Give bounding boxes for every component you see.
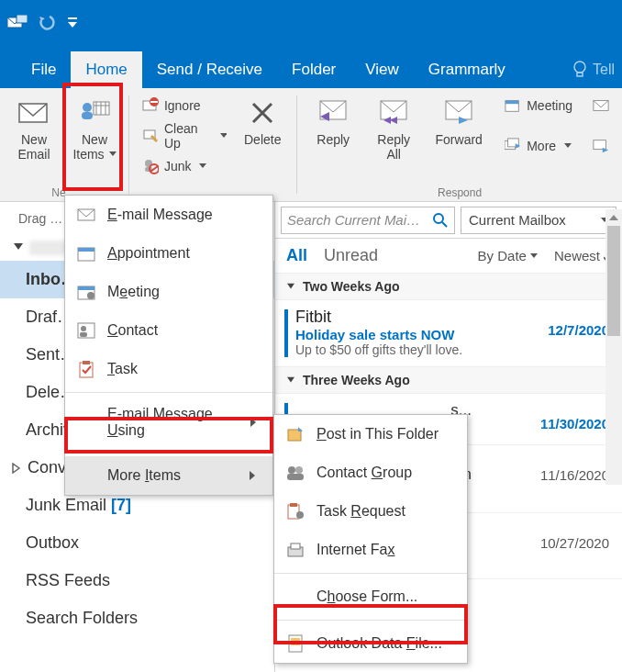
folder-outbox[interactable]: Outbox [0, 524, 274, 562]
junk-label: Junk Email [26, 496, 106, 514]
svg-point-3 [574, 62, 585, 73]
ignore-label: Ignore [164, 98, 201, 113]
svg-point-30 [434, 214, 443, 223]
svg-rect-43 [83, 361, 90, 364]
folder-search-folders[interactable]: Search Folders [0, 599, 274, 637]
tab-file[interactable]: File [17, 51, 71, 88]
reply-button[interactable]: Reply [306, 94, 360, 147]
filter-unread[interactable]: Unread [324, 246, 378, 265]
menu-post-label: Post in This Folder [317, 426, 439, 442]
dropdown-arrow-icon [530, 253, 538, 259]
scroll-thumb[interactable] [607, 226, 620, 336]
post-icon [285, 424, 305, 444]
search-input[interactable]: Search Current Mai… [281, 207, 455, 234]
junk-button[interactable]: Junk [139, 156, 230, 176]
scroll-up-icon[interactable] [605, 209, 622, 226]
scrollbar[interactable] [605, 209, 622, 485]
menu-task-request[interactable]: Task Request [274, 492, 476, 531]
task-request-icon [285, 501, 305, 521]
group-three-weeks[interactable]: Three Weeks Ago [275, 367, 622, 394]
expand-right-icon [11, 463, 22, 474]
menu-outlook-data-file[interactable]: Outlook Data File... [274, 624, 476, 663]
svg-rect-25 [505, 101, 518, 105]
undo-icon[interactable] [37, 13, 57, 33]
menu-internet-fax[interactable]: Internet Fax [274, 531, 476, 569]
tab-home[interactable]: Home [71, 51, 141, 88]
reply-icon [317, 97, 350, 129]
sort-by-date[interactable]: By Date [478, 248, 538, 263]
menu-contact[interactable]: Contact [65, 311, 272, 350]
new-items-button[interactable]: New Items [68, 94, 121, 162]
respond-extra2[interactable] [589, 136, 613, 156]
new-email-button[interactable]: New Email [7, 94, 61, 162]
svg-rect-15 [150, 101, 158, 103]
contact-icon [76, 320, 96, 341]
email-icon [76, 205, 96, 225]
menu-email-message[interactable]: E-mail Message [65, 196, 272, 234]
menu-meeting[interactable]: Meeting [65, 273, 272, 311]
menu-appointment[interactable]: Appointment [65, 234, 272, 273]
group-two-weeks[interactable]: Two Weeks Ago [275, 274, 622, 300]
dropdown-arrow-icon [109, 151, 117, 157]
svg-rect-37 [78, 286, 94, 290]
more-icon [505, 138, 521, 154]
svg-rect-4 [577, 73, 583, 76]
search-placeholder: Search Current Mai… [287, 212, 420, 228]
new-items-label2: Items [72, 147, 104, 162]
dropdown-arrow-icon [564, 143, 572, 149]
menu-task[interactable]: Task [65, 350, 272, 388]
more-button[interactable]: More [501, 136, 576, 156]
tell-me[interactable]: Tell [565, 51, 622, 88]
delete-button[interactable]: Delete [238, 94, 287, 147]
delete-label: Delete [244, 132, 281, 147]
meeting-button[interactable]: Meeting [501, 95, 576, 116]
filter-all[interactable]: All [286, 246, 307, 265]
menu-post-in-folder[interactable]: Post in This Folder [274, 415, 476, 454]
ignore-button[interactable]: Ignore [139, 95, 230, 116]
svg-rect-54 [291, 638, 300, 641]
svg-rect-42 [80, 363, 93, 377]
menu-task-request-label: Task Request [317, 503, 405, 520]
msg-date: 11/30/2020 [540, 416, 609, 431]
menu-appointment-label: Appointment [107, 245, 190, 262]
menu-email-label: E-mail Message [107, 207, 213, 223]
msg-date: 11/16/2020 [540, 467, 609, 483]
svg-rect-7 [82, 112, 93, 119]
meeting-icon [76, 282, 96, 302]
svg-rect-55 [291, 643, 300, 645]
svg-rect-35 [78, 248, 94, 252]
dropdown-arrow-icon [220, 133, 227, 139]
qat-mail-icon[interactable] [7, 13, 28, 33]
search-icon[interactable] [432, 212, 449, 229]
message-row[interactable]: Fitbit Holiday sale starts NOW Up to $50… [275, 300, 622, 367]
task-icon [76, 359, 96, 379]
svg-rect-52 [291, 543, 300, 549]
menu-email-using[interactable]: E-mail Message Using [65, 397, 272, 448]
respond-extra1[interactable] [589, 95, 613, 116]
tab-folder[interactable]: Folder [277, 51, 350, 88]
junk-label: Junk [164, 159, 192, 174]
menu-more-items[interactable]: More Items [65, 456, 272, 495]
menu-more-items-label: More Items [107, 467, 181, 484]
submenu-arrow-icon [249, 470, 256, 481]
ignore-icon [142, 97, 159, 114]
menu-data-file-label: Outlook Data File... [317, 635, 442, 652]
contact-group-icon [285, 463, 305, 483]
qat-customize-icon[interactable] [66, 13, 79, 33]
search-scope-dropdown[interactable]: Current Mailbox [461, 207, 616, 234]
clean-up-button[interactable]: Clean Up [139, 119, 230, 152]
reply-all-button[interactable]: Reply All [367, 94, 420, 162]
tab-grammarly[interactable]: Grammarly [414, 51, 520, 88]
menu-choose-form-label: Choose Form... [317, 588, 417, 605]
blank-icon [76, 465, 96, 486]
svg-rect-29 [594, 140, 606, 150]
sort-newest[interactable]: Newest [554, 248, 611, 263]
svg-rect-2 [68, 17, 77, 19]
tab-send-receive[interactable]: Send / Receive [142, 51, 277, 88]
delete-icon [246, 97, 279, 129]
folder-rss[interactable]: RSS Feeds [0, 562, 274, 599]
menu-contact-group[interactable]: Contact Group [274, 454, 476, 492]
menu-choose-form[interactable]: Choose Form... [274, 577, 476, 616]
forward-button[interactable]: Forward [428, 94, 490, 147]
tab-view[interactable]: View [350, 51, 414, 88]
